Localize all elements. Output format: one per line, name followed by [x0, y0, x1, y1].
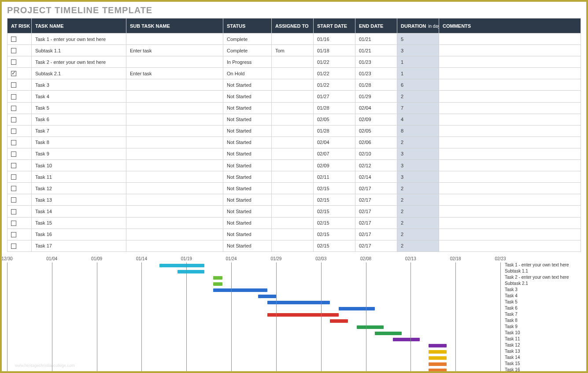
- sub-task-cell[interactable]: [126, 194, 223, 206]
- comments-cell[interactable]: [439, 91, 581, 102]
- status-cell[interactable]: Not Started: [223, 137, 272, 148]
- at-risk-checkbox[interactable]: [11, 221, 16, 226]
- end-date-cell[interactable]: 01/29: [355, 91, 397, 102]
- assigned-cell[interactable]: [272, 217, 314, 229]
- comments-cell[interactable]: [439, 148, 581, 159]
- end-date-cell[interactable]: 01/23: [355, 68, 397, 79]
- task-name-cell[interactable]: Task 15: [32, 217, 126, 229]
- task-name-cell[interactable]: Task 3: [32, 79, 126, 91]
- assigned-cell[interactable]: [272, 183, 314, 194]
- sub-task-cell[interactable]: [126, 125, 223, 137]
- assigned-cell[interactable]: [272, 137, 314, 148]
- status-cell[interactable]: Not Started: [223, 240, 272, 251]
- sub-task-cell[interactable]: [126, 102, 223, 114]
- sub-task-cell[interactable]: [126, 183, 223, 194]
- duration-cell[interactable]: 1: [397, 68, 439, 79]
- start-date-cell[interactable]: 02/15: [314, 183, 355, 194]
- comments-cell[interactable]: [439, 45, 581, 56]
- comments-cell[interactable]: [439, 183, 581, 194]
- assigned-cell[interactable]: [272, 125, 314, 137]
- at-risk-checkbox[interactable]: [11, 117, 16, 122]
- comments-cell[interactable]: [439, 171, 581, 183]
- assigned-cell[interactable]: [272, 171, 314, 183]
- at-risk-checkbox[interactable]: [11, 174, 16, 180]
- assigned-cell[interactable]: [272, 56, 314, 68]
- start-date-cell[interactable]: 02/15: [314, 229, 355, 240]
- sub-task-cell[interactable]: [126, 206, 223, 217]
- sub-task-cell[interactable]: Enter task: [126, 68, 223, 79]
- comments-cell[interactable]: [439, 56, 581, 68]
- comments-cell[interactable]: [439, 160, 581, 171]
- status-cell[interactable]: Not Started: [223, 79, 272, 91]
- assigned-cell[interactable]: [272, 148, 314, 159]
- task-name-cell[interactable]: Task 13: [32, 194, 126, 206]
- task-name-cell[interactable]: Task 5: [32, 102, 126, 114]
- start-date-cell[interactable]: 02/09: [314, 160, 355, 171]
- status-cell[interactable]: Not Started: [223, 194, 272, 206]
- start-date-cell[interactable]: 01/16: [314, 33, 355, 45]
- comments-cell[interactable]: [439, 229, 581, 240]
- status-cell[interactable]: Complete: [223, 45, 272, 56]
- task-name-cell[interactable]: Task 2 - enter your own text here: [32, 56, 126, 68]
- task-name-cell[interactable]: Task 6: [32, 114, 126, 125]
- start-date-cell[interactable]: 01/27: [314, 91, 355, 102]
- start-date-cell[interactable]: 01/22: [314, 68, 355, 79]
- end-date-cell[interactable]: 02/10: [355, 148, 397, 159]
- sub-task-cell[interactable]: Enter task: [126, 45, 223, 56]
- end-date-cell[interactable]: 02/04: [355, 102, 397, 114]
- status-cell[interactable]: Not Started: [223, 114, 272, 125]
- assigned-cell[interactable]: [272, 206, 314, 217]
- task-name-cell[interactable]: Subtask 2.1: [32, 68, 126, 79]
- status-cell[interactable]: Not Started: [223, 217, 272, 229]
- status-cell[interactable]: Not Started: [223, 229, 272, 240]
- end-date-cell[interactable]: 02/17: [355, 217, 397, 229]
- end-date-cell[interactable]: 02/17: [355, 206, 397, 217]
- start-date-cell[interactable]: 01/28: [314, 102, 355, 114]
- duration-cell[interactable]: 5: [397, 33, 439, 45]
- start-date-cell[interactable]: 02/04: [314, 137, 355, 148]
- task-name-cell[interactable]: Task 9: [32, 148, 126, 159]
- at-risk-checkbox[interactable]: [11, 151, 16, 157]
- assigned-cell[interactable]: [272, 91, 314, 102]
- duration-cell[interactable]: 2: [397, 206, 439, 217]
- end-date-cell[interactable]: 01/21: [355, 45, 397, 56]
- duration-cell[interactable]: 3: [397, 148, 439, 159]
- status-cell[interactable]: Not Started: [223, 160, 272, 171]
- sub-task-cell[interactable]: [126, 137, 223, 148]
- assigned-cell[interactable]: [272, 33, 314, 45]
- comments-cell[interactable]: [439, 114, 581, 125]
- at-risk-checkbox[interactable]: [11, 37, 16, 42]
- status-cell[interactable]: Not Started: [223, 206, 272, 217]
- start-date-cell[interactable]: 02/15: [314, 240, 355, 251]
- status-cell[interactable]: Not Started: [223, 91, 272, 102]
- at-risk-checkbox[interactable]: [11, 71, 16, 76]
- task-name-cell[interactable]: Task 14: [32, 206, 126, 217]
- duration-cell[interactable]: 2: [397, 194, 439, 206]
- status-cell[interactable]: Not Started: [223, 148, 272, 159]
- assigned-cell[interactable]: [272, 102, 314, 114]
- at-risk-checkbox[interactable]: [11, 140, 16, 145]
- end-date-cell[interactable]: 02/12: [355, 160, 397, 171]
- end-date-cell[interactable]: 02/14: [355, 171, 397, 183]
- comments-cell[interactable]: [439, 206, 581, 217]
- comments-cell[interactable]: [439, 33, 581, 45]
- sub-task-cell[interactable]: [126, 160, 223, 171]
- start-date-cell[interactable]: 01/18: [314, 45, 355, 56]
- at-risk-checkbox[interactable]: [11, 59, 16, 65]
- end-date-cell[interactable]: 02/09: [355, 114, 397, 125]
- comments-cell[interactable]: [439, 137, 581, 148]
- at-risk-checkbox[interactable]: [11, 197, 16, 203]
- assigned-cell[interactable]: [272, 68, 314, 79]
- duration-cell[interactable]: 2: [397, 217, 439, 229]
- start-date-cell[interactable]: 02/15: [314, 194, 355, 206]
- status-cell[interactable]: Not Started: [223, 125, 272, 137]
- start-date-cell[interactable]: 01/22: [314, 56, 355, 68]
- task-name-cell[interactable]: Task 11: [32, 171, 126, 183]
- at-risk-checkbox[interactable]: [11, 186, 16, 191]
- end-date-cell[interactable]: 01/21: [355, 33, 397, 45]
- end-date-cell[interactable]: 01/28: [355, 79, 397, 91]
- at-risk-checkbox[interactable]: [11, 163, 16, 168]
- start-date-cell[interactable]: 01/22: [314, 79, 355, 91]
- at-risk-checkbox[interactable]: [11, 94, 16, 100]
- task-name-cell[interactable]: Task 16: [32, 229, 126, 240]
